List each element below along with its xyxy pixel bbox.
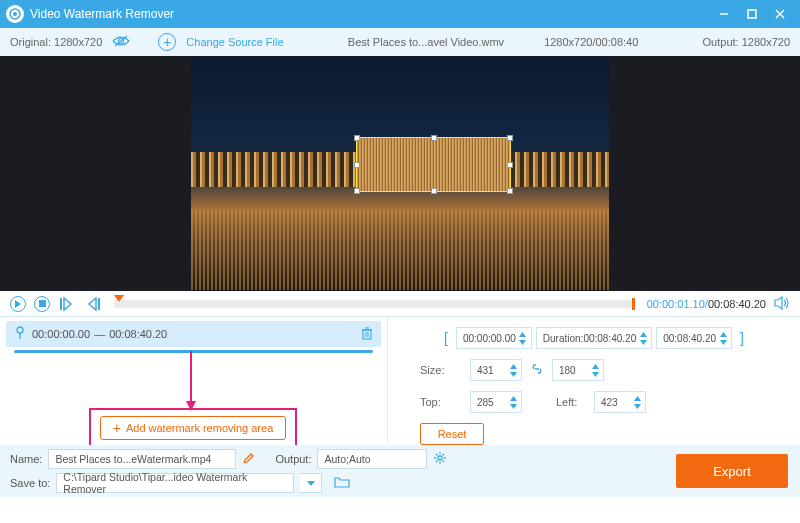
end-marker[interactable] [632, 298, 635, 310]
svg-point-38 [438, 456, 442, 460]
original-resolution: Original: 1280x720 [10, 36, 102, 48]
add-source-button[interactable]: + [158, 33, 176, 51]
add-watermark-label: Add watermark removing area [126, 422, 273, 434]
timeline-track[interactable] [114, 300, 635, 308]
svg-marker-36 [634, 396, 641, 401]
add-watermark-area-button[interactable]: + Add watermark removing area [100, 416, 286, 440]
saveto-field[interactable]: C:\Tipard Studio\Tipar...ideo Watermark … [56, 473, 294, 493]
stop-button[interactable] [34, 296, 50, 312]
segment-end: 00:08:40.20 [109, 328, 167, 340]
svg-marker-24 [519, 332, 526, 337]
svg-rect-17 [363, 330, 371, 339]
spin-down[interactable] [518, 338, 528, 346]
spin-up[interactable] [518, 330, 528, 338]
svg-marker-39 [307, 481, 315, 486]
svg-marker-37 [634, 404, 641, 409]
reset-button[interactable]: Reset [420, 423, 484, 445]
spin-down[interactable] [638, 338, 648, 346]
set-start-button[interactable] [58, 296, 76, 312]
app-title: Video Watermark Remover [30, 7, 710, 21]
maximize-button[interactable] [738, 0, 766, 28]
properties-panel: [ 00:00:00.00 Duration:00:08:40.20 00:08… [388, 317, 800, 445]
open-folder-icon[interactable] [334, 476, 350, 490]
volume-icon[interactable] [774, 296, 790, 312]
svg-marker-31 [510, 372, 517, 377]
top-input[interactable]: 285 [470, 391, 522, 413]
preview-toggle-icon[interactable] [112, 35, 130, 49]
title-bar: Video Watermark Remover [0, 0, 800, 28]
minimize-button[interactable] [710, 0, 738, 28]
footer: Name: Best Places to...eWatermark.mp4 Ou… [0, 445, 800, 497]
svg-marker-35 [510, 404, 517, 409]
saveto-label: Save to: [10, 477, 50, 489]
play-button[interactable] [10, 296, 26, 312]
duration-input[interactable]: Duration:00:08:40.20 [536, 327, 652, 349]
time-display: 00:00:01.10/00:08:40.20 [647, 298, 766, 310]
svg-point-15 [17, 327, 23, 333]
height-input[interactable]: 180 [552, 359, 604, 381]
delete-segment-icon[interactable] [361, 327, 373, 342]
settings-icon[interactable] [433, 451, 447, 467]
playhead-marker[interactable] [114, 295, 124, 302]
svg-marker-32 [592, 364, 599, 369]
name-label: Name: [10, 453, 42, 465]
svg-rect-10 [60, 298, 62, 310]
svg-marker-29 [720, 340, 727, 345]
svg-marker-23 [186, 401, 196, 411]
svg-marker-12 [89, 298, 96, 310]
svg-marker-14 [775, 297, 782, 309]
link-aspect-icon[interactable] [530, 363, 544, 377]
output-field[interactable]: Auto;Auto [317, 449, 427, 469]
video-preview [0, 56, 800, 291]
spin-down[interactable] [718, 338, 728, 346]
toolbar: Original: 1280x720 + Change Source File … [0, 28, 800, 56]
svg-rect-3 [748, 10, 756, 18]
saveto-dropdown[interactable] [300, 473, 322, 493]
spin-up[interactable] [718, 330, 728, 338]
svg-marker-30 [510, 364, 517, 369]
range-end-input[interactable]: 00:08:40.20 [656, 327, 732, 349]
svg-rect-9 [39, 300, 46, 307]
set-end-button[interactable] [84, 296, 102, 312]
left-label: Left: [556, 396, 586, 408]
svg-marker-28 [720, 332, 727, 337]
svg-marker-26 [640, 332, 647, 337]
pin-icon [14, 326, 26, 342]
svg-marker-8 [15, 300, 21, 308]
output-resolution: Output: 1280x720 [703, 36, 790, 48]
svg-marker-27 [640, 340, 647, 345]
edit-name-icon[interactable] [242, 452, 255, 467]
range-start-input[interactable]: 00:00:00.00 [456, 327, 532, 349]
name-field[interactable]: Best Places to...eWatermark.mp4 [48, 449, 236, 469]
output-label: Output: [275, 453, 311, 465]
close-button[interactable] [766, 0, 794, 28]
range-end-bracket[interactable]: ] [736, 330, 748, 346]
playback-bar: 00:00:01.10/00:08:40.20 [0, 291, 800, 317]
resolution-duration: 1280x720/00:08:40 [544, 36, 638, 48]
app-logo-icon [6, 5, 24, 23]
tutorial-arrow [184, 351, 198, 413]
svg-marker-34 [510, 396, 517, 401]
export-button[interactable]: Export [676, 454, 788, 488]
left-input[interactable]: 423 [594, 391, 646, 413]
width-input[interactable]: 431 [470, 359, 522, 381]
svg-rect-13 [98, 298, 100, 310]
spin-up[interactable] [638, 330, 648, 338]
top-label: Top: [420, 396, 462, 408]
segment-row[interactable]: 00:00:00.00 — 00:08:40.20 [6, 321, 381, 347]
svg-marker-33 [592, 372, 599, 377]
svg-point-1 [13, 12, 17, 16]
segment-start: 00:00:00.00 [32, 328, 90, 340]
plus-icon: + [113, 420, 121, 436]
size-label: Size: [420, 364, 462, 376]
watermark-selection[interactable] [356, 137, 511, 192]
svg-marker-25 [519, 340, 526, 345]
change-source-link[interactable]: Change Source File [186, 36, 283, 48]
current-filename: Best Places to...avel Video.wmv [348, 36, 504, 48]
video-frame[interactable] [191, 57, 609, 290]
segments-panel: 00:00:00.00 — 00:08:40.20 + Add watermar… [0, 317, 388, 445]
range-start-bracket[interactable]: [ [440, 330, 452, 346]
svg-marker-11 [64, 298, 71, 310]
